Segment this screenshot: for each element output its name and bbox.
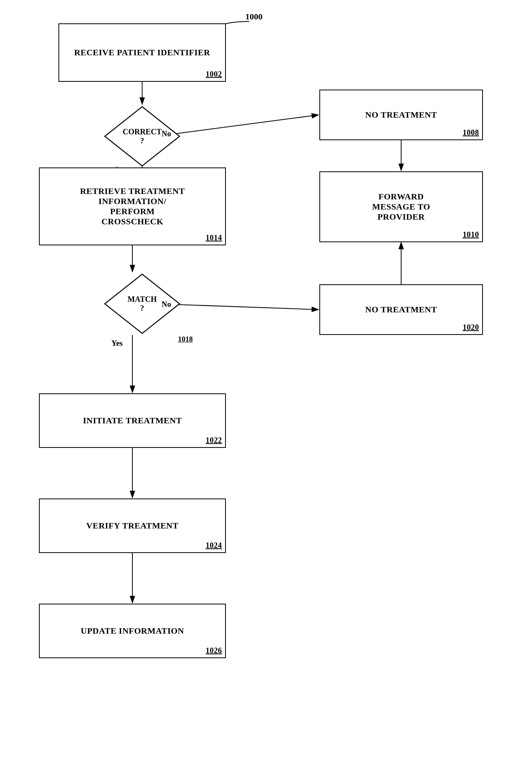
- label-no-match: No: [162, 300, 171, 309]
- diamond-match-ref: 1018: [178, 335, 193, 344]
- box-receive-patient-identifier: RECEIVE PATIENT IDENTIFIER 1002: [58, 23, 226, 82]
- label-yes-match: Yes: [111, 339, 123, 348]
- flowchart-diagram: 1000 RECEIVE PATIENT: [0, 0, 532, 761]
- label-no-correct: No: [162, 129, 171, 138]
- box-no-treatment-1008: NO TREATMENT 1008: [319, 90, 483, 140]
- box-forward-message: FORWARDMESSAGE TOPROVIDER 1010: [319, 171, 483, 242]
- box-initiate-treatment: INITIATE TREATMENT 1022: [39, 393, 226, 448]
- box-verify-treatment: VERIFY TREATMENT 1024: [39, 499, 226, 553]
- box-no-treatment-1020: NO TREATMENT 1020: [319, 284, 483, 335]
- box-retrieve-treatment: RETRIEVE TREATMENTINFORMATION/PERFORMCRO…: [39, 167, 226, 245]
- box-update-information: UPDATE INFORMATION 1026: [39, 604, 226, 658]
- diagram-reference: 1000: [245, 12, 262, 22]
